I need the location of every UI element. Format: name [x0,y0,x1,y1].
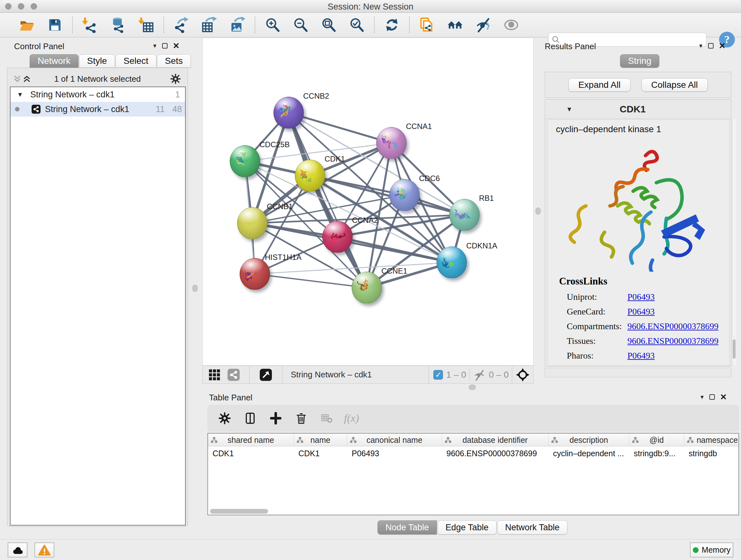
control-panel-menu-icon[interactable]: ▾ [153,43,156,49]
table-cell: CDK1 [208,446,294,460]
node-label-CCNA2: CCNA2 [352,216,378,225]
column-header-description[interactable]: description [549,434,629,446]
results-panel-close-icon[interactable] [719,43,725,49]
delete-column-icon[interactable] [292,409,310,427]
zoom-in-icon[interactable] [264,17,281,33]
string-view-icon[interactable] [227,369,240,381]
network-node-CCNB2[interactable] [273,97,304,129]
table-panel-close-icon[interactable] [721,394,726,400]
detach-view-icon[interactable] [260,369,272,381]
tab-network[interactable]: Network [30,54,78,68]
table-cell: 9606.ENSP00000378699 [442,446,549,460]
create-column-icon[interactable] [267,409,285,427]
grid-view-icon[interactable] [208,369,220,381]
column-header-name[interactable]: name [294,434,347,446]
clone-network-icon[interactable] [419,17,435,33]
memory-button[interactable]: Memory [690,543,733,557]
right-splitter-handle[interactable] [536,207,541,214]
export-image-icon[interactable] [229,17,246,33]
export-table-icon[interactable] [201,17,218,33]
bird-eye-view-icon[interactable] [503,17,520,33]
tab-string[interactable]: String [620,54,659,68]
network-node-HIST1H1A[interactable] [240,258,270,290]
zoom-out-icon[interactable] [292,17,309,33]
hide-unhide-icon[interactable] [475,17,491,33]
table-panel-float-icon[interactable] [710,394,715,400]
bottom-splitter-handle[interactable] [469,385,476,390]
crosslink-link-genecard-[interactable]: P06493 [627,307,655,317]
zoom-selected-icon[interactable] [348,17,365,33]
network-node-CCNB1[interactable] [237,207,267,239]
expand-all-button[interactable]: Expand All [568,78,630,91]
import-table-icon[interactable] [138,17,154,33]
table-hscrollbar-thumb[interactable] [210,509,268,514]
tab-style[interactable]: Style [79,54,115,68]
hidden-items-icon[interactable] [473,368,486,381]
open-session-icon[interactable] [18,17,35,33]
warnings-button[interactable] [35,543,54,557]
column-header-shared-name[interactable]: shared name [208,434,294,446]
crosslink-link-compartments-[interactable]: 9606.ENSP00000378699 [627,321,718,331]
column-header-label: database identifier [462,435,528,445]
network-node-RB1[interactable] [449,199,480,231]
crosslink-link-uniprot-[interactable]: P06493 [627,292,655,302]
crosslink-link-tissues-[interactable]: 9606.ENSP00000378699 [627,336,718,346]
birds-eye-toggle-icon[interactable] [515,368,530,382]
results-scrollbar-thumb[interactable] [733,339,736,359]
network-row-selected[interactable]: String Network – cdk1 11 48 [10,102,185,117]
tab-sets[interactable]: Sets [157,54,191,68]
network-edge-CCNE1-HIST1H1A[interactable] [255,274,367,288]
section-collapse-icon[interactable]: ▼ [566,106,572,112]
results-panel-float-icon[interactable] [708,43,714,49]
column-header-namespace[interactable]: namespace [684,434,739,446]
control-panel-float-icon[interactable] [162,43,167,49]
node-table: shared namenamecanonical namedatabase id… [207,433,739,515]
import-network-database-icon[interactable] [110,17,126,33]
control-panel-close-icon[interactable] [173,43,179,49]
network-edge-CCNA2-CDKN1A[interactable] [337,237,452,262]
crosslink-link-pharos-[interactable]: P06493 [627,351,655,361]
column-header-label: name [311,435,331,445]
column-header--id[interactable]: @id [629,434,684,446]
table-panel-menu-icon[interactable]: ▾ [700,394,704,400]
column-header-database-identifier[interactable]: database identifier [442,434,549,446]
export-network-icon[interactable] [173,17,190,33]
network-node-CCNA2[interactable] [322,221,353,253]
tab-select[interactable]: Select [116,54,156,68]
network-node-CCNE1[interactable] [352,272,382,304]
string-protein-query-icon[interactable] [447,17,463,33]
network-node-CCNA1[interactable] [376,127,407,159]
table-row[interactable]: CDK1CDK1P064939606.ENSP00000378699cyclin… [208,446,739,460]
left-splitter-handle[interactable] [192,285,198,292]
hidden-count-badge: 0 – 0 [489,370,509,380]
zoom-fit-icon[interactable] [320,17,337,33]
collapse-all-button[interactable]: Collapse All [642,78,708,91]
tab-node-table[interactable]: Node Table [378,520,437,535]
network-node-CDK1[interactable] [295,160,325,192]
memory-status-dot [693,547,698,553]
tab-network-table[interactable]: Network Table [497,520,568,535]
network-view-canvas[interactable]: CCNB2CCNA1CDC25BCDK1CDC6RB1CCNB1CCNA2CDK… [202,38,534,366]
status-bar: Memory [0,539,741,560]
network-options-gear-icon[interactable] [170,73,181,84]
selected-items-checkbox[interactable]: ✓ [433,370,443,380]
network-node-CDKN1A[interactable] [436,246,467,278]
cloud-services-button[interactable] [8,543,27,557]
delete-table-icon-disabled [318,409,336,427]
protein-section-header[interactable]: ▼ CDK1 [545,100,731,119]
column-header-canonical-name[interactable]: canonical name [347,434,442,446]
show-column-icon[interactable] [241,409,259,427]
network-node-CDC6[interactable] [389,179,420,211]
results-scrollbar[interactable] [732,119,736,365]
import-network-file-icon[interactable] [82,17,98,33]
collection-collapse-icon[interactable]: ▼ [17,91,23,98]
network-node-CDC25B[interactable] [230,145,260,177]
network-edge-CDK1-RB1[interactable] [310,176,464,215]
results-panel-menu-icon[interactable]: ▾ [699,43,702,49]
tab-edge-table[interactable]: Edge Table [437,520,496,535]
network-collection-row[interactable]: ▼ String Network – cdk1 1 [10,87,185,102]
save-session-icon[interactable] [47,17,63,33]
protein-thumbnail [395,186,414,204]
refresh-icon[interactable] [384,17,400,33]
table-settings-gear-icon[interactable] [216,409,233,427]
